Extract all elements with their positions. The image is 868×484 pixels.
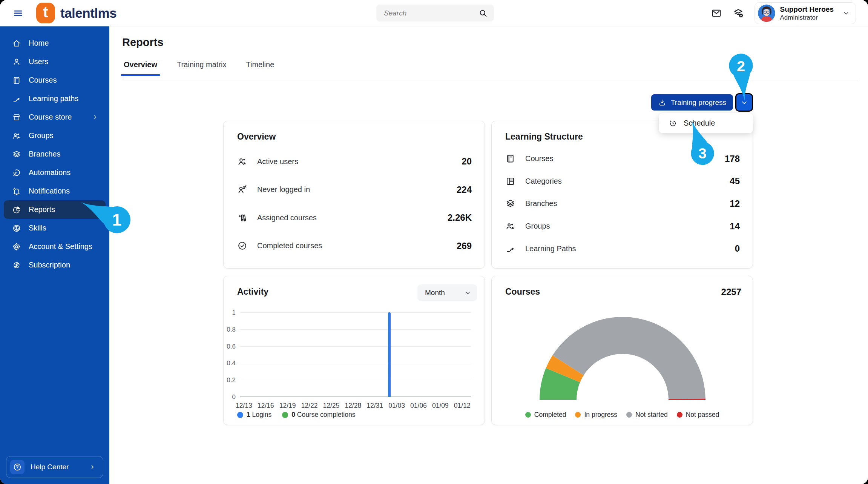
tab-training-matrix[interactable]: Training matrix — [175, 60, 228, 76]
user-icon — [12, 57, 21, 66]
stat-row-completed-courses: Completed courses269 — [237, 241, 472, 251]
legend-text: 1 Logins — [247, 411, 271, 419]
sidebar-item-home[interactable]: Home — [4, 34, 106, 52]
user-menu[interactable]: Support Heroes Administrator — [755, 2, 856, 24]
sidebar-item-groups[interactable]: Groups — [4, 126, 106, 145]
stat-value: 224 — [457, 184, 472, 195]
overview-card-title: Overview — [237, 132, 276, 142]
y-tick-label: 0.4 — [227, 360, 236, 367]
sidebar-item-label: Notifications — [29, 187, 99, 195]
menu-item-schedule[interactable]: Schedule — [659, 113, 753, 133]
book-icon — [12, 76, 21, 85]
path-icon — [505, 244, 515, 254]
stat-value: 2.26K — [448, 212, 472, 223]
legend-item-in-progress: In progress — [575, 411, 617, 419]
topbar-actions: Support Heroes Administrator — [711, 0, 856, 26]
sidebar-item-users[interactable]: Users — [4, 52, 106, 71]
search-icon[interactable] — [478, 8, 488, 18]
user-name: Support Heroes — [780, 5, 834, 14]
stat-label: Completed courses — [257, 241, 322, 250]
sidebar-item-skills[interactable]: Skills — [4, 219, 106, 237]
sidebar-item-courses[interactable]: Courses — [4, 71, 106, 89]
legend-text: Not passed — [686, 411, 719, 419]
brand-wordmark: talentlms — [60, 6, 117, 21]
sidebar-item-label: Learning paths — [29, 94, 99, 103]
sidebar-item-course-store[interactable]: Course store — [4, 108, 106, 126]
sidebar-item-reports[interactable]: Reports — [4, 200, 106, 219]
x-tick-label: 12/22 — [301, 402, 318, 410]
gridline — [240, 380, 471, 380]
user-info: Support Heroes Administrator — [780, 5, 834, 22]
x-tick-label: 12/19 — [279, 402, 296, 410]
training-progress-dropdown-button[interactable] — [735, 93, 753, 112]
stat-label: Branches — [525, 199, 557, 208]
stat-value: 269 — [457, 241, 472, 251]
user-role: Administrator — [780, 14, 834, 22]
search-input[interactable] — [384, 9, 478, 17]
stat-row-never-logged-in: Never logged in224 — [237, 184, 472, 195]
legend-dot — [282, 412, 288, 418]
bell-icon — [12, 187, 21, 196]
sidebar-item-account-settings[interactable]: Account & Settings — [4, 237, 106, 256]
sidebar-item-label: Automations — [29, 168, 99, 177]
inbox-messages-icon[interactable] — [711, 8, 722, 19]
book-icon — [505, 154, 515, 164]
overview-stats: Active users20Never logged in224Assigned… — [237, 148, 472, 260]
y-tick-label: 0 — [232, 393, 236, 401]
legend-dot — [237, 412, 243, 418]
tab-overview[interactable]: Overview — [122, 60, 159, 76]
automation-icon — [12, 168, 21, 177]
groups-icon — [505, 221, 515, 231]
legend-item-logins: 1 Logins — [237, 411, 271, 419]
stat-label: Groups — [525, 222, 550, 230]
brain-icon — [12, 224, 21, 233]
training-progress-button[interactable]: Training progress — [651, 94, 733, 111]
training-progress-label: Training progress — [671, 98, 726, 107]
books-plus-icon — [237, 213, 247, 223]
sidebar-nav: HomeUsersCoursesLearning pathsCourse sto… — [0, 26, 109, 274]
stat-row-categories: Categories45 — [505, 176, 740, 186]
sidebar-item-automations[interactable]: Automations — [4, 163, 106, 182]
period-select[interactable]: Month — [417, 284, 477, 301]
stat-value: 20 — [462, 156, 472, 167]
sidebar-item-notifications[interactable]: Notifications — [4, 182, 106, 200]
x-tick-label: 12/25 — [323, 402, 339, 410]
courses-legend: CompletedIn progressNot startedNot passe… — [492, 411, 753, 419]
pie-icon — [12, 205, 21, 214]
stat-row-courses: Courses178 — [505, 154, 740, 164]
brand-logo-mark: t — [36, 3, 55, 23]
hamburger-menu-icon[interactable] — [13, 8, 23, 18]
brand-logo[interactable]: t talentlms — [36, 3, 117, 23]
sidebar-item-learning-paths[interactable]: Learning paths — [4, 89, 106, 108]
gridline — [240, 329, 471, 330]
sidebar-item-branches[interactable]: Branches — [4, 145, 106, 163]
layers-icon — [505, 198, 515, 209]
courses-card: Courses 2257 CompletedIn progressNot sta… — [491, 276, 753, 425]
app-window: t talentlms Support Heroes Administrator — [0, 0, 868, 484]
x-tick-label: 12/16 — [258, 402, 274, 410]
bar-logins — [388, 312, 391, 397]
gear-icon — [12, 242, 21, 251]
download-icon — [658, 98, 666, 107]
sidebar-item-label: Reports — [29, 205, 99, 214]
history-icon — [669, 119, 677, 128]
tab-timeline[interactable]: Timeline — [244, 60, 276, 76]
period-select-value: Month — [425, 289, 464, 297]
sidebar-item-subscription[interactable]: Subscription — [4, 256, 106, 274]
stat-label: Courses — [525, 154, 553, 163]
courses-total: 2257 — [721, 287, 741, 297]
layers-icon — [12, 150, 21, 159]
legend-text: In progress — [584, 411, 617, 419]
user-menu-chevron-icon[interactable] — [842, 9, 850, 17]
sidebar-item-label: Groups — [29, 131, 99, 140]
legend-item-not-passed: Not passed — [677, 411, 719, 419]
legend-item-not-started: Not started — [626, 411, 668, 419]
sidebar-item-label: Course store — [29, 113, 84, 121]
sidebar-item-label: Home — [29, 39, 99, 48]
legend-text: Not started — [635, 411, 668, 419]
sidebar-item-help-center[interactable]: Help Center — [6, 456, 103, 478]
learning-structure-stats: Courses178Categories45Branches12Groups14… — [505, 148, 740, 260]
x-tick-label: 01/09 — [432, 402, 449, 410]
branch-switch-icon[interactable] — [733, 8, 744, 19]
training-progress-menu: Schedule — [659, 113, 753, 133]
